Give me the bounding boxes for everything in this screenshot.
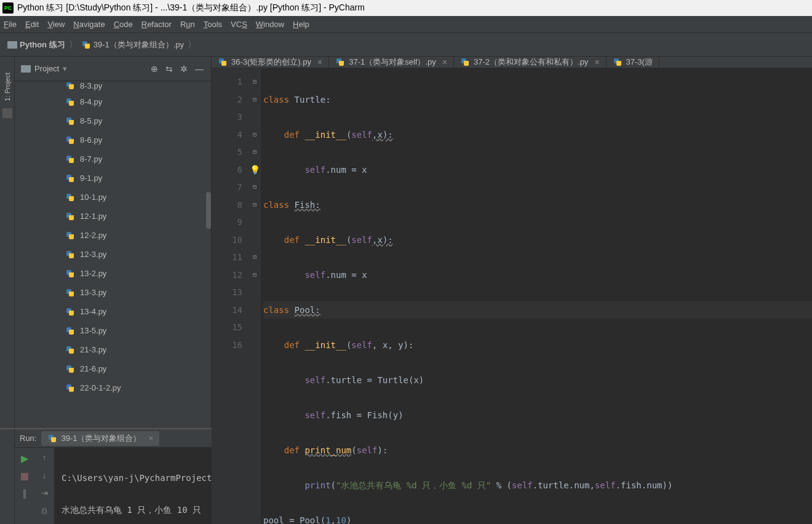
run-tab[interactable]: 39-1（类与对象组合） × <box>41 431 159 446</box>
python-file-icon <box>65 231 75 240</box>
file-item[interactable]: 9-1.py <box>15 169 211 188</box>
file-item[interactable]: 13-3.py <box>15 283 211 302</box>
editor-tab[interactable]: 36-3(矩形类的创立).py× <box>212 57 329 68</box>
close-icon[interactable]: × <box>442 57 447 67</box>
file-item[interactable]: 21-6.py <box>15 359 211 378</box>
up-arrow-icon[interactable]: ↑ <box>42 453 47 462</box>
file-item[interactable]: 8-6.py <box>15 130 211 149</box>
close-icon[interactable]: × <box>317 57 322 67</box>
python-file-icon <box>65 326 75 336</box>
file-label: 22-0-1-2.py <box>80 383 121 392</box>
python-file-icon <box>65 345 75 355</box>
tab-label: 37-2（类和对象公有和私有）.py <box>474 57 588 68</box>
window-title: Python 练习 [D:\Study\Python 练习] - ...\39-… <box>17 2 365 14</box>
python-file-icon <box>65 383 75 393</box>
pause-icon[interactable]: ║ <box>22 489 27 498</box>
left-tool-strip: 1: Project <box>0 57 15 428</box>
python-file-icon <box>65 82 75 90</box>
menu-view[interactable]: View <box>47 20 65 29</box>
window-titlebar: PC Python 练习 [D:\Study\Python 练习] - ...\… <box>0 0 812 16</box>
file-label: 12-1.py <box>80 212 106 221</box>
menu-tools[interactable]: Tools <box>204 20 222 29</box>
file-label: 21-3.py <box>80 345 106 354</box>
menu-vcs[interactable]: VCS <box>231 20 247 29</box>
python-file-icon <box>218 57 228 67</box>
run-tab-label: 39-1（类与对象组合） <box>61 433 141 444</box>
menu-refactor[interactable]: Refactor <box>141 20 172 29</box>
sidebar-header: Project ▾ ⊕ ⇆ ✲ — <box>15 57 211 81</box>
stop-icon[interactable] <box>21 473 28 480</box>
tool-icon[interactable] <box>2 108 12 118</box>
python-file-icon <box>65 173 75 183</box>
file-label: 13-4.py <box>80 307 106 316</box>
editor-tab[interactable]: 37-3(游 <box>607 57 659 68</box>
file-label: 8-3.py <box>80 82 102 90</box>
tab-label: 36-3(矩形类的创立).py <box>231 57 311 68</box>
menu-navigate[interactable]: Navigate <box>73 20 105 29</box>
file-item[interactable]: 13-4.py <box>15 302 211 321</box>
tool-project-tab[interactable]: 1: Project <box>4 69 11 105</box>
minimize-icon[interactable]: — <box>194 63 205 75</box>
python-file-icon <box>65 364 75 374</box>
collapse-icon[interactable]: ⇆ <box>164 63 174 75</box>
tab-label: 37-1（类与对象self）.py <box>349 57 436 68</box>
python-file-icon <box>65 97 75 107</box>
file-item[interactable]: 8-3.py <box>15 82 211 92</box>
editor-tab[interactable]: 37-2（类和对象公有和私有）.py× <box>454 57 607 68</box>
file-label: 8-7.py <box>80 154 102 164</box>
menu-bar: File Edit View Navigate Code Refactor Ru… <box>0 16 812 33</box>
file-item[interactable]: 8-7.py <box>15 149 211 169</box>
breadcrumb-folder-label: Python 练习 <box>20 39 65 50</box>
menu-edit[interactable]: Edit <box>25 20 39 29</box>
editor-area: 36-3(矩形类的创立).py× 37-1（类与对象self）.py× 37-2… <box>212 57 812 428</box>
file-label: 13-3.py <box>80 288 106 297</box>
play-icon[interactable]: ▶ <box>21 453 28 464</box>
file-item[interactable]: 13-5.py <box>15 321 211 340</box>
python-file-icon <box>81 40 91 50</box>
menu-code[interactable]: Code <box>114 20 133 29</box>
editor-tab[interactable]: 37-1（类与对象self）.py× <box>329 57 454 68</box>
python-file-icon <box>65 212 75 221</box>
menu-window[interactable]: Window <box>256 20 284 29</box>
export-icon[interactable]: ⎙ <box>42 506 47 515</box>
file-label: 13-5.py <box>80 326 106 335</box>
fold-gutter[interactable]: ⊟⊟⊟⊟💡⊟⊟⊟⊟ <box>249 68 261 524</box>
menu-help[interactable]: Help <box>293 20 309 29</box>
pycharm-icon: PC <box>2 2 14 14</box>
python-file-icon <box>65 193 75 202</box>
file-item[interactable]: 21-3.py <box>15 340 211 359</box>
menu-file[interactable]: File <box>4 20 17 29</box>
file-item[interactable]: 8-4.py <box>15 92 211 111</box>
file-label: 10-1.py <box>80 193 106 202</box>
menu-run[interactable]: Run <box>180 20 195 29</box>
code-content[interactable]: class Turtle: def __init__(self,x): self… <box>261 68 812 524</box>
python-file-icon <box>65 307 75 317</box>
file-item[interactable]: 12-3.py <box>15 245 211 264</box>
target-icon[interactable]: ⊕ <box>149 63 159 75</box>
breadcrumb-folder[interactable]: Python 练习 <box>5 39 68 50</box>
file-item[interactable]: 12-1.py <box>15 207 211 226</box>
file-item[interactable]: 8-5.py <box>15 111 211 130</box>
python-file-icon <box>335 57 345 67</box>
file-label: 12-2.py <box>80 231 106 240</box>
file-item[interactable]: 22-0-1-2.py <box>15 378 211 397</box>
line-number-gutter: 12345678910111213141516 <box>212 68 249 524</box>
wrap-icon[interactable]: ⇥ <box>41 488 48 498</box>
gear-icon[interactable]: ✲ <box>179 63 189 75</box>
file-label: 8-4.py <box>80 97 102 106</box>
dropdown-icon[interactable]: ▾ <box>63 64 67 73</box>
down-arrow-icon[interactable]: ↓ <box>42 470 47 480</box>
file-item[interactable]: 12-2.py <box>15 226 211 245</box>
breadcrumb-file[interactable]: 39-1（类与对象组合）.py <box>79 39 186 50</box>
file-label: 12-3.py <box>80 250 106 259</box>
close-icon[interactable]: × <box>594 57 599 67</box>
tree-scrollbar[interactable] <box>206 192 211 229</box>
chevron-icon: 〉 <box>68 39 79 50</box>
close-icon[interactable]: × <box>149 434 154 443</box>
editor-tabs: 36-3(矩形类的创立).py× 37-1（类与对象self）.py× 37-2… <box>212 57 812 68</box>
file-item[interactable]: 13-2.py <box>15 264 211 283</box>
intention-bulb-icon[interactable]: 💡 <box>250 165 260 175</box>
code-editor[interactable]: 12345678910111213141516 ⊟⊟⊟⊟💡⊟⊟⊟⊟ class … <box>212 68 812 524</box>
file-item[interactable]: 10-1.py <box>15 188 211 207</box>
run-toolbar-left: ▶ ║ <box>15 448 34 524</box>
